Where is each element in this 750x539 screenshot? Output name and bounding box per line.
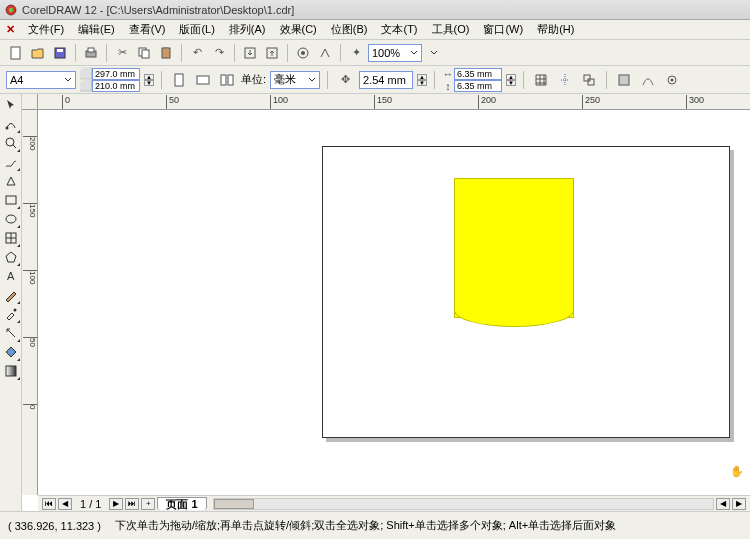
page-width-field[interactable]: 297.0 mm [92, 68, 140, 80]
menu-layout[interactable]: 版面(L) [173, 22, 220, 37]
page-add-button[interactable]: + [141, 498, 155, 510]
snap-guide-icon[interactable] [555, 70, 575, 90]
menu-bitmap[interactable]: 位图(B) [325, 22, 374, 37]
fill-tool-icon[interactable] [2, 343, 20, 361]
pan-hand-icon[interactable]: ✋ [730, 465, 744, 479]
dup-x-icon: ↔ [442, 68, 454, 80]
eyedropper-tool-icon[interactable] [2, 305, 20, 323]
ruler-vertical[interactable]: 200 150 100 50 0 [22, 110, 38, 495]
portrait-icon[interactable] [169, 70, 189, 90]
workspace: A 0 50 100 150 200 250 300 200 150 100 5… [0, 94, 750, 511]
page-first-button[interactable]: ⏮ [42, 498, 56, 510]
page-tab-1[interactable]: 页面 1 [157, 497, 206, 510]
freehand-tool-icon[interactable] [2, 153, 20, 171]
import-icon[interactable] [240, 43, 260, 63]
dimension-spinner[interactable]: ▲▼ [144, 74, 154, 86]
undo-icon[interactable]: ↶ [187, 43, 207, 63]
sparkle-icon[interactable]: ✦ [346, 43, 366, 63]
zoom-level-field[interactable]: 100% [368, 44, 422, 62]
ruler-horizontal[interactable]: 0 50 100 150 200 250 300 [38, 94, 750, 110]
height-icon: ⬜ [80, 80, 92, 92]
paper-size-field[interactable]: A4 [6, 71, 76, 89]
menu-window[interactable]: 窗口(W) [477, 22, 529, 37]
ellipse-tool-icon[interactable] [2, 210, 20, 228]
toolbox: A [0, 94, 22, 511]
cut-icon[interactable]: ✂ [112, 43, 132, 63]
drawing-canvas[interactable] [38, 110, 750, 495]
menu-tools[interactable]: 工具(O) [426, 22, 476, 37]
canvas-area: 0 50 100 150 200 250 300 200 150 100 50 … [22, 94, 750, 511]
page-next-button[interactable]: ▶ [109, 498, 123, 510]
nudge-icon: ✥ [335, 70, 355, 90]
h-scrollbar-thumb[interactable] [214, 499, 254, 509]
paste-icon[interactable] [156, 43, 176, 63]
svg-text:A: A [7, 270, 15, 282]
yellow-shape[interactable] [454, 178, 574, 318]
svg-point-24 [5, 127, 8, 130]
snap-object-icon[interactable] [579, 70, 599, 90]
separator [340, 44, 341, 62]
graph-paper-tool-icon[interactable] [2, 229, 20, 247]
menu-edit[interactable]: 编辑(E) [72, 22, 121, 37]
menu-arrange[interactable]: 排列(A) [223, 22, 272, 37]
menu-effects[interactable]: 效果(C) [274, 22, 323, 37]
nudge-field[interactable]: 2.54 mm [359, 71, 413, 89]
page-height-field[interactable]: 210.0 mm [92, 80, 140, 92]
svg-point-30 [13, 309, 16, 312]
page-dimensions-group: ⬜297.0 mm ⬜210.0 mm [80, 68, 140, 92]
open-icon[interactable] [28, 43, 48, 63]
ruler-origin[interactable] [22, 94, 38, 110]
dup-y-icon: ↕ [442, 80, 454, 92]
export-icon[interactable] [262, 43, 282, 63]
copy-icon[interactable] [134, 43, 154, 63]
paper-size-value: A4 [10, 74, 23, 86]
corel-online-icon[interactable] [315, 43, 335, 63]
svg-rect-17 [221, 75, 226, 85]
svg-rect-26 [6, 196, 16, 204]
outline-tool-icon[interactable] [2, 324, 20, 342]
h-scroll-right[interactable]: ▶ [732, 498, 746, 510]
pick-tool-icon[interactable] [2, 96, 20, 114]
page-count: 1 / 1 [74, 498, 107, 510]
draw-complex-icon[interactable] [638, 70, 658, 90]
text-tool-icon[interactable]: A [2, 267, 20, 285]
mdi-close-icon[interactable]: ✕ [6, 23, 20, 37]
unit-field[interactable]: 毫米 [270, 71, 320, 89]
app-launcher-icon[interactable] [293, 43, 313, 63]
separator [327, 71, 328, 89]
h-scroll-left[interactable]: ◀ [716, 498, 730, 510]
menu-help[interactable]: 帮助(H) [531, 22, 580, 37]
page-navigation-bar: ⏮ ◀ 1 / 1 ▶ ⏭ + 页面 1 ◀ ▶ [38, 495, 750, 511]
redo-icon[interactable]: ↷ [209, 43, 229, 63]
svg-point-25 [6, 138, 14, 146]
options-icon[interactable] [662, 70, 682, 90]
treat-as-filled-icon[interactable] [614, 70, 634, 90]
page-last-button[interactable]: ⏭ [125, 498, 139, 510]
interactive-blend-tool-icon[interactable] [2, 286, 20, 304]
page-layout-icon[interactable] [217, 70, 237, 90]
print-icon[interactable] [81, 43, 101, 63]
save-icon[interactable] [50, 43, 70, 63]
menu-file[interactable]: 文件(F) [22, 22, 70, 37]
zoom-value: 100% [372, 47, 410, 59]
snap-grid-icon[interactable] [531, 70, 551, 90]
dup-spinner[interactable]: ▲▼ [506, 74, 516, 86]
shape-tool-icon[interactable] [2, 115, 20, 133]
page-prev-button[interactable]: ◀ [58, 498, 72, 510]
dropdown-icon[interactable] [424, 43, 444, 63]
landscape-icon[interactable] [193, 70, 213, 90]
interactive-fill-tool-icon[interactable] [2, 362, 20, 380]
menu-text[interactable]: 文本(T) [375, 22, 423, 37]
chevron-down-icon [308, 76, 316, 84]
menu-view[interactable]: 查看(V) [123, 22, 172, 37]
h-scrollbar-track[interactable] [213, 498, 714, 510]
nudge-spinner[interactable]: ▲▼ [417, 74, 427, 86]
svg-rect-15 [175, 74, 183, 86]
smart-draw-tool-icon[interactable] [2, 172, 20, 190]
basic-shapes-tool-icon[interactable] [2, 248, 20, 266]
dup-y-field[interactable]: 6.35 mm [454, 80, 502, 92]
new-icon[interactable] [6, 43, 26, 63]
rectangle-tool-icon[interactable] [2, 191, 20, 209]
zoom-tool-icon[interactable] [2, 134, 20, 152]
dup-x-field[interactable]: 6.35 mm [454, 68, 502, 80]
